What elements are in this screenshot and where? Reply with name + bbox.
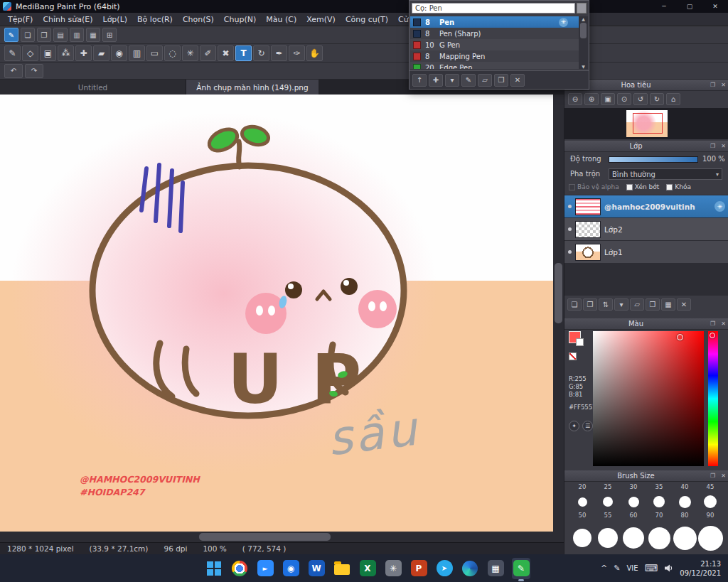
- brush-size-circle[interactable]: [578, 497, 587, 507]
- move-tool-button[interactable]: ✚: [75, 45, 92, 61]
- fill-rect-button[interactable]: ▰: [93, 45, 109, 61]
- eraser-tool-button[interactable]: ◇: [22, 45, 38, 61]
- horizontal-scrollbar-thumb[interactable]: [199, 533, 331, 541]
- brush-size-label[interactable]: 45: [707, 483, 714, 490]
- brush-edit-button[interactable]: ✎: [461, 74, 476, 87]
- window-layout-button-2[interactable]: ▥: [70, 28, 84, 42]
- gradient-tool-button[interactable]: ▥: [129, 45, 145, 61]
- language-indicator[interactable]: VIE: [626, 564, 638, 572]
- color-wheel-button[interactable]: ✦: [569, 421, 579, 431]
- menu-tools[interactable]: Công cụ(T): [341, 15, 393, 24]
- brush-delete-button[interactable]: ✕: [510, 74, 525, 87]
- taskbar-explorer-icon[interactable]: [333, 558, 351, 579]
- brush-size-circle[interactable]: [628, 497, 639, 507]
- menu-view[interactable]: Xem(V): [301, 15, 341, 24]
- menu-edit[interactable]: Chỉnh sửa(E): [38, 15, 97, 24]
- brush-scrollbar-thumb[interactable]: [580, 23, 587, 38]
- brush-size-label[interactable]: 25: [604, 483, 612, 490]
- taskbar-app-icon[interactable]: ▦: [486, 558, 505, 579]
- brush-size-circle[interactable]: [598, 528, 618, 548]
- taskbar-word-icon[interactable]: W: [307, 558, 326, 579]
- taskbar-chrome-icon[interactable]: [230, 558, 249, 579]
- hue-cursor[interactable]: [710, 333, 715, 338]
- touch-keyboard-icon[interactable]: ⌨: [645, 563, 658, 573]
- lasso-tool-button[interactable]: ◌: [164, 45, 181, 61]
- brush-size-circle[interactable]: [673, 527, 697, 550]
- taskbar-edge-icon[interactable]: [461, 558, 479, 579]
- brush-size-label[interactable]: 30: [630, 483, 638, 490]
- sv-cursor[interactable]: [677, 334, 683, 340]
- menu-capture[interactable]: Chụp(N): [219, 15, 261, 24]
- brush-size-circle[interactable]: [679, 496, 691, 508]
- brush-search-button[interactable]: [577, 3, 587, 14]
- nav-zoom-in-button[interactable]: ⊕: [584, 93, 599, 105]
- brush-duplicate-button[interactable]: ❐: [494, 74, 508, 87]
- material-button[interactable]: ❐: [37, 28, 51, 42]
- brush-size-label[interactable]: 60: [630, 512, 638, 519]
- navigator-close-icon[interactable]: ✕: [718, 82, 728, 88]
- taskbar-excel-icon[interactable]: X: [358, 558, 377, 579]
- color-slider-button[interactable]: ☰: [582, 421, 593, 431]
- brush-up-button[interactable]: ↑: [412, 74, 427, 87]
- brush-list-item[interactable]: 20 Edge Pen: [410, 62, 579, 69]
- layers-float-icon[interactable]: ❐: [707, 143, 718, 149]
- comment-button[interactable]: ❏: [21, 28, 35, 42]
- taskbar-clock[interactable]: 21:13 09/12/2021: [680, 559, 721, 578]
- taskbar-settings-icon[interactable]: ✳: [384, 558, 402, 579]
- magic-wand-button[interactable]: ✳: [182, 45, 198, 61]
- tray-chevron-up-icon[interactable]: ^: [601, 564, 607, 573]
- horizontal-scrollbar[interactable]: [0, 532, 553, 542]
- select-eraser-button[interactable]: ✖: [218, 45, 234, 61]
- bucket-tool-button[interactable]: ◉: [111, 45, 127, 61]
- vertical-scrollbar[interactable]: [553, 95, 564, 532]
- maximize-button[interactable]: ▢: [677, 0, 702, 13]
- tray-pen-icon[interactable]: ✎: [614, 564, 620, 573]
- hue-slider[interactable]: [708, 331, 718, 466]
- shape-brush-button[interactable]: ▣: [40, 45, 56, 61]
- brush-list-item[interactable]: 10 G Pen: [410, 39, 579, 50]
- brush-size-circle[interactable]: [623, 527, 644, 549]
- layer-visible-dot[interactable]: [568, 227, 572, 231]
- scroll-down-icon[interactable]: ▼: [582, 64, 585, 69]
- start-button[interactable]: [205, 558, 223, 579]
- duplicate-layer-button[interactable]: ❐: [583, 298, 597, 311]
- layer-folder-button[interactable]: ▱: [630, 298, 644, 311]
- volume-icon[interactable]: [664, 564, 673, 573]
- background-color-swatch[interactable]: [576, 338, 584, 346]
- color-close-icon[interactable]: ✕: [718, 320, 728, 327]
- blend-mode-select[interactable]: Bình thường ▾: [609, 168, 722, 180]
- brush-new-button[interactable]: ✚: [429, 74, 443, 87]
- delete-layer-button[interactable]: ✕: [677, 298, 691, 311]
- window-layout-button-3[interactable]: ▦: [86, 28, 100, 42]
- brush-list-item[interactable]: 8 Mapping Pen: [410, 50, 579, 62]
- undo-button[interactable]: ↶: [4, 64, 23, 78]
- close-button[interactable]: ✕: [702, 0, 728, 13]
- vertical-scrollbar-thumb[interactable]: [555, 263, 562, 323]
- nav-zoom-out-button[interactable]: ⊖: [568, 93, 582, 105]
- brush-size-label[interactable]: 70: [655, 512, 663, 519]
- taskbar-powerpoint-icon[interactable]: P: [410, 558, 428, 579]
- text-tool-button[interactable]: T: [235, 45, 252, 61]
- layer-row-active[interactable]: @hamhoc2009vuitinh ✳: [564, 195, 728, 217]
- brush-list-item[interactable]: 8 Pen (Sharp): [410, 28, 579, 39]
- navigator-view-rect[interactable]: [633, 113, 663, 134]
- menu-layer[interactable]: Lớp(L): [98, 15, 133, 24]
- select-tool-button[interactable]: ▭: [146, 45, 163, 61]
- brush-size-circle[interactable]: [698, 526, 723, 551]
- brush-size-label[interactable]: 55: [604, 512, 612, 519]
- menu-filter[interactable]: Bộ lọc(R): [132, 15, 178, 24]
- brush-list-scrollbar[interactable]: ▲ ▼: [579, 16, 588, 69]
- redo-button[interactable]: ↷: [25, 64, 43, 78]
- brush-size-circle[interactable]: [704, 495, 717, 508]
- rotate-canvas-button[interactable]: ↻: [253, 45, 269, 61]
- drawing-canvas[interactable]: UP sầu @HAMHOC2009VUITINH #HOIDAP247: [0, 95, 553, 532]
- brush-size-label[interactable]: 20: [579, 483, 587, 490]
- navigator-float-icon[interactable]: ❐: [707, 82, 718, 88]
- new-layer-button[interactable]: ❏: [567, 298, 582, 311]
- brush-size-circle[interactable]: [573, 529, 592, 547]
- brush-size-label[interactable]: 80: [681, 512, 689, 519]
- brush-size-circle[interactable]: [653, 496, 665, 507]
- layer-add-menu-button[interactable]: ▾: [614, 298, 628, 311]
- minimize-button[interactable]: ─: [651, 0, 677, 13]
- pen-tool-button[interactable]: ✑: [289, 45, 305, 61]
